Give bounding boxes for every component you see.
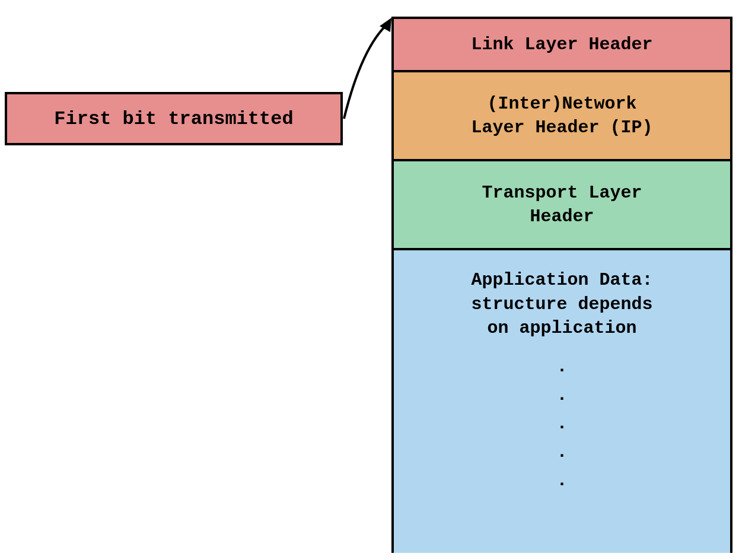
- packet-stack: Link Layer Header (Inter)Network Layer H…: [391, 17, 732, 553]
- transport-layer-header: Transport Layer Header: [394, 161, 730, 250]
- network-layer-label-line1: (Inter)Network: [471, 92, 652, 116]
- app-layer-label-line3: on application: [471, 316, 652, 341]
- diagram-container: First bit transmitted Link Layer Header …: [0, 0, 739, 560]
- app-layer-label-line1: Application Data:: [471, 268, 652, 292]
- transport-layer-label-line2: Header: [482, 205, 642, 229]
- network-layer-header: (Inter)Network Layer Header (IP): [394, 72, 730, 161]
- svg-marker-0: [380, 18, 391, 32]
- transport-layer-label-line1: Transport Layer: [482, 181, 642, 205]
- link-layer-header: Link Layer Header: [394, 19, 730, 72]
- application-data-layer: Application Data: structure depends on a…: [394, 250, 730, 553]
- first-bit-box: First bit transmitted: [5, 92, 343, 145]
- ellipsis-dots: . . . . .: [556, 352, 567, 495]
- link-layer-label: Link Layer Header: [471, 33, 652, 57]
- network-layer-label-line2: Layer Header (IP): [471, 116, 652, 140]
- first-bit-label: First bit transmitted: [54, 108, 293, 130]
- app-layer-label-line2: structure depends: [471, 292, 652, 317]
